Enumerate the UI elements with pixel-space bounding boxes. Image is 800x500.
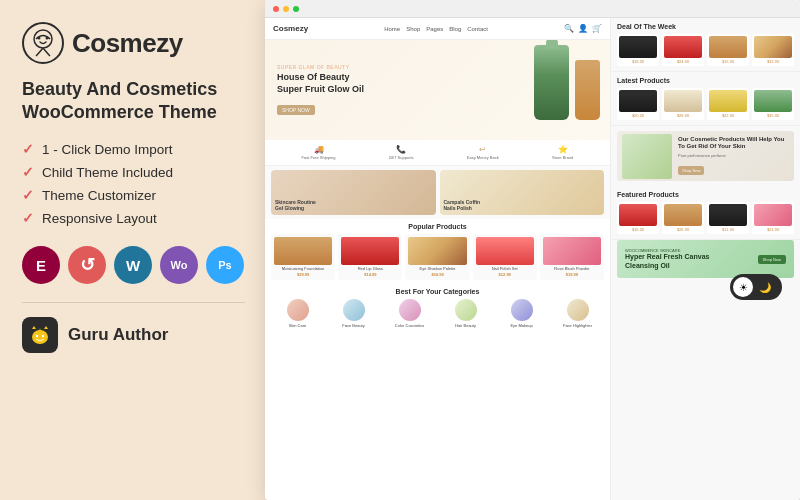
left-panel: Cosmezy Beauty And Cosmetics WooCommerce… bbox=[0, 0, 265, 500]
categories-row: Skin Care Face Beauty Color Cosmetics Ha… bbox=[265, 297, 610, 331]
category-label: Skin Care bbox=[289, 323, 307, 328]
author-label: Guru Author bbox=[68, 325, 168, 345]
product-price: $34.99 bbox=[431, 272, 443, 277]
category-label: Hair Beauty bbox=[455, 323, 476, 328]
product-price: $16.00 bbox=[632, 227, 644, 232]
category-item[interactable]: Color Cosmetics bbox=[383, 299, 436, 328]
product-price: $29.99 bbox=[297, 272, 309, 277]
trust-badge-return: ↩ Easy Money Back bbox=[467, 145, 499, 160]
latest-product: $28.00 bbox=[662, 88, 704, 120]
category-item[interactable]: Eye Makeup bbox=[495, 299, 548, 328]
product-img bbox=[619, 36, 657, 58]
product-card: Nail Polish Set $12.99 bbox=[473, 234, 537, 280]
trust-badge-brand: ⭐ Store Brand bbox=[552, 145, 573, 160]
popular-section-title: Popular Products bbox=[265, 219, 610, 232]
banner-2-text: Campals Coffin Nails Polish bbox=[444, 199, 481, 211]
check-icon: ✓ bbox=[22, 187, 34, 203]
product-img bbox=[754, 204, 792, 226]
category-label: Eye Makeup bbox=[510, 323, 532, 328]
feature-item: ✓ 1 - Click Demo Import bbox=[22, 141, 245, 157]
dark-mode-toggle[interactable]: ☀ 🌙 bbox=[730, 274, 782, 300]
featured-section: Featured Products $16.00 $26.00 $11.0 bbox=[611, 186, 800, 240]
hero-title: House Of Beauty Super Fruit Glow Oil bbox=[277, 72, 377, 95]
product-price: $26.00 bbox=[677, 227, 689, 232]
nav-shop[interactable]: Shop bbox=[406, 26, 420, 32]
product-img bbox=[664, 204, 702, 226]
moon-icon: 🌙 bbox=[755, 277, 775, 297]
browser-bar bbox=[265, 0, 800, 18]
category-label: Face Beauty bbox=[342, 323, 364, 328]
side-panels: Deal Of The Week $18.00 $24.00 $15.00 bbox=[610, 18, 800, 500]
cosmetics-banner-text: Our Cosmetic Products Will Help You To G… bbox=[678, 136, 789, 176]
product-price: $21.00 bbox=[767, 227, 779, 232]
support-icon: 📞 bbox=[396, 145, 406, 154]
hero-product-bottle-2 bbox=[575, 60, 600, 120]
elementor-badge: E bbox=[22, 246, 60, 284]
svg-point-2 bbox=[38, 37, 41, 40]
mockup-main: Cosmezy Home Shop Pages Blog Contact 🔍 👤… bbox=[265, 18, 610, 500]
nav-pages[interactable]: Pages bbox=[426, 26, 443, 32]
product-price: $11.00 bbox=[722, 227, 734, 232]
category-item[interactable]: Skin Care bbox=[271, 299, 324, 328]
return-text: Easy Money Back bbox=[467, 155, 499, 160]
search-icon[interactable]: 🔍 bbox=[564, 24, 574, 33]
product-image bbox=[543, 237, 601, 265]
deal-product: $32.00 bbox=[752, 34, 794, 66]
product-price: $15.00 bbox=[722, 59, 734, 64]
category-img bbox=[399, 299, 421, 321]
hero-section: SUPER GLAM OF BEAUTY House Of Beauty Sup… bbox=[265, 40, 610, 140]
product-card: Eye Shadow Palette $34.99 bbox=[405, 234, 469, 280]
browser-dot-close bbox=[273, 6, 279, 12]
hero-cta[interactable]: SHOP NOW bbox=[277, 105, 315, 115]
check-icon: ✓ bbox=[22, 141, 34, 157]
product-image bbox=[408, 237, 466, 265]
product-card: Red Lip Gloss $14.99 bbox=[338, 234, 402, 280]
category-label: Face Highlighter bbox=[563, 323, 592, 328]
category-img bbox=[343, 299, 365, 321]
product-price: $32.00 bbox=[767, 59, 779, 64]
brand-icon: ⭐ bbox=[558, 145, 568, 154]
bottom-banner-cta[interactable]: Shop Now bbox=[758, 255, 786, 264]
tagline: Beauty And Cosmetics WooCommerce Theme bbox=[22, 78, 245, 123]
logo-text: Cosmezy bbox=[72, 28, 183, 59]
featured-title: Featured Products bbox=[617, 191, 794, 198]
features-list: ✓ 1 - Click Demo Import ✓ Child Theme In… bbox=[22, 141, 245, 226]
category-item[interactable]: Hair Beauty bbox=[439, 299, 492, 328]
cosmetics-banner-title: Our Cosmetic Products Will Help You To G… bbox=[678, 136, 789, 150]
account-icon[interactable]: 👤 bbox=[578, 24, 588, 33]
trust-badge-shipping: 🚚 Fast Free Shipping bbox=[302, 145, 336, 160]
category-item[interactable]: Face Beauty bbox=[327, 299, 380, 328]
photoshop-badge: Ps bbox=[206, 246, 244, 284]
bottom-banner: WOOCOMMERCE SKINCARE Hyper Real Fresh Ca… bbox=[617, 240, 794, 278]
wordpress-badge: W bbox=[114, 246, 152, 284]
cosmetics-banner-desc: Pure performance perfume bbox=[678, 153, 789, 158]
site-icons: 🔍 👤 🛒 bbox=[564, 24, 602, 33]
right-panel: Cosmezy Home Shop Pages Blog Contact 🔍 👤… bbox=[265, 0, 800, 500]
cart-icon[interactable]: 🛒 bbox=[592, 24, 602, 33]
banner-row: Skincare Routine Gel Glowing Campals Cof… bbox=[265, 166, 610, 219]
featured-product: $16.00 bbox=[617, 202, 659, 234]
cosmetics-banner-cta[interactable]: Shop Now bbox=[678, 166, 704, 175]
featured-product: $11.00 bbox=[707, 202, 749, 234]
svg-point-4 bbox=[32, 330, 48, 344]
site-header: Cosmezy Home Shop Pages Blog Contact 🔍 👤… bbox=[265, 18, 610, 40]
check-icon: ✓ bbox=[22, 210, 34, 226]
product-img bbox=[754, 36, 792, 58]
nav-home[interactable]: Home bbox=[384, 26, 400, 32]
guru-author: Guru Author bbox=[22, 317, 245, 353]
category-img bbox=[511, 299, 533, 321]
product-img bbox=[709, 36, 747, 58]
divider bbox=[22, 302, 245, 303]
sun-icon: ☀ bbox=[739, 282, 748, 293]
nav-blog[interactable]: Blog bbox=[449, 26, 461, 32]
latest-products-grid: $20.00 $28.00 $22.00 $35.00 bbox=[617, 88, 794, 120]
latest-section: Latest Products $20.00 $28.00 $22.00 bbox=[611, 72, 800, 126]
tech-icons: E ↺ W Wo Ps bbox=[22, 246, 245, 284]
product-card: Moisturizing Foundation $29.99 bbox=[271, 234, 335, 280]
banner-skincare: Skincare Routine Gel Glowing bbox=[271, 170, 436, 215]
mockup-container: Cosmezy Home Shop Pages Blog Contact 🔍 👤… bbox=[265, 0, 800, 500]
cat-star-icon bbox=[28, 323, 52, 347]
category-item[interactable]: Face Highlighter bbox=[551, 299, 604, 328]
cosmetics-banner-img bbox=[622, 134, 672, 179]
nav-contact[interactable]: Contact bbox=[467, 26, 488, 32]
